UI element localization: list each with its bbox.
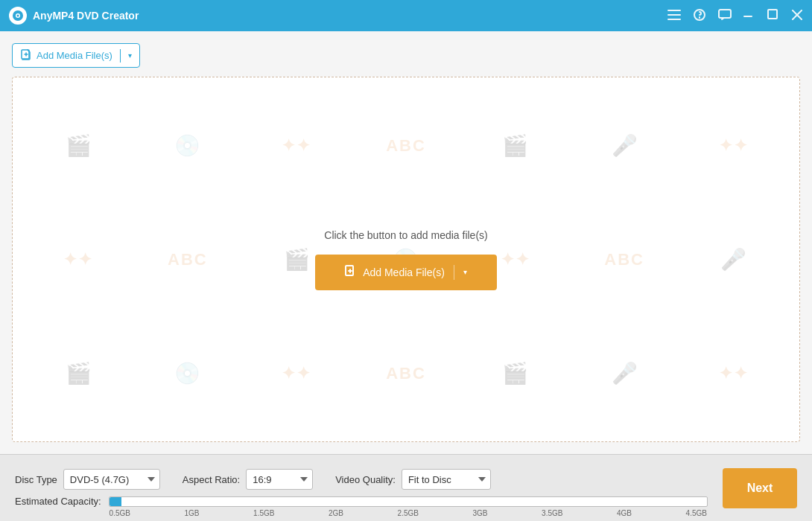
- drop-zone[interactable]: 🎬 💿 ✦✦ ABC 🎬 🎤 ✦✦ ✦✦ ABC 🎬 💿 ✦✦ ABC 🎤 🎬 …: [12, 77, 800, 442]
- capacity-ticks: 0.5GB 1GB 1.5GB 2GB 2.5GB 3GB 3.5GB 4GB …: [110, 508, 707, 519]
- title-bar: AnyMP4 DVD Creator: [0, 0, 812, 31]
- bottom-controls: Disc Type DVD-5 (4.7G) DVD-9 (8.5G) Blu-…: [15, 469, 708, 507]
- wm-film-icon: 🎬: [66, 133, 92, 158]
- aspect-ratio-select[interactable]: 16:9 4:3: [246, 469, 313, 490]
- wm-dvd-icon: 💿: [174, 133, 200, 158]
- capacity-bar: 0.5GB 1GB 1.5GB 2GB 2.5GB 3GB 3.5GB 4GB …: [109, 496, 708, 507]
- add-file-icon: [20, 48, 32, 63]
- tick-3.5gb: 3.5GB: [542, 509, 562, 517]
- svg-rect-5: [667, 19, 681, 20]
- tick-1.5gb: 1.5GB: [253, 509, 274, 517]
- app-title: AnyMP4 DVD Creator: [33, 10, 667, 22]
- disc-type-label: Disc Type: [15, 474, 57, 485]
- tick-4gb: 4GB: [617, 509, 632, 517]
- svg-rect-8: [743, 16, 752, 17]
- menu-icon[interactable]: [667, 8, 681, 24]
- svg-rect-9: [768, 10, 777, 19]
- toolbar: Add Media File(s) ▾: [12, 43, 800, 68]
- video-quality-group: Video Quality: Fit to Disc High Medium L…: [335, 469, 491, 490]
- minimize-button[interactable]: [743, 9, 755, 23]
- disc-type-group: Disc Type DVD-5 (4.7G) DVD-9 (8.5G) Blu-…: [15, 469, 160, 490]
- drop-message: Click the button to add media file(s): [324, 229, 487, 241]
- wm-film2-icon: 🎬: [502, 133, 528, 158]
- dropdown-arrow-icon: ▾: [128, 51, 132, 60]
- wm-mic3-icon: 🎤: [612, 361, 638, 386]
- wm-film3-icon: 🎬: [284, 247, 310, 272]
- add-icon-center: [345, 265, 357, 279]
- tick-2.5gb: 2.5GB: [398, 509, 419, 517]
- estimated-capacity-label: Estimated Capacity:: [15, 496, 101, 507]
- app-logo: [9, 7, 27, 25]
- tick-0.5gb: 0.5GB: [110, 509, 130, 517]
- window-controls: [667, 8, 803, 24]
- disc-type-select[interactable]: DVD-5 (4.7G) DVD-9 (8.5G) Blu-ray (25G) …: [63, 469, 160, 490]
- wm-mic-icon: 🎤: [612, 133, 638, 158]
- aspect-ratio-group: Aspect Ratio: 16:9 4:3: [183, 469, 313, 490]
- aspect-ratio-label: Aspect Ratio:: [183, 474, 240, 485]
- chat-icon[interactable]: [718, 8, 732, 24]
- center-btn-divider: [454, 265, 454, 280]
- tick-1gb: 1GB: [185, 509, 200, 517]
- drop-center: Click the button to add media file(s) Ad…: [315, 229, 497, 290]
- svg-rect-3: [667, 10, 681, 11]
- wm-film4-icon: 🎬: [66, 361, 92, 386]
- svg-point-2: [17, 15, 19, 17]
- video-quality-select[interactable]: Fit to Disc High Medium Low: [402, 469, 491, 490]
- bottom-bar: Disc Type DVD-5 (4.7G) DVD-9 (8.5G) Blu-…: [0, 454, 812, 521]
- main-area: Add Media File(s) ▾ 🎬 💿 ✦✦ ABC 🎬 🎤 ✦✦ ✦✦…: [0, 31, 812, 454]
- wm-dvd3-icon: 💿: [174, 361, 200, 386]
- add-media-center-label: Add Media File(s): [363, 266, 445, 278]
- svg-rect-7: [719, 10, 731, 18]
- add-media-center-button[interactable]: Add Media File(s) ▾: [315, 255, 497, 290]
- btn-divider: [120, 49, 121, 63]
- add-media-button[interactable]: Add Media File(s) ▾: [12, 43, 140, 68]
- close-button[interactable]: [791, 9, 803, 23]
- bottom-row1: Disc Type DVD-5 (4.7G) DVD-9 (8.5G) Blu-…: [15, 469, 708, 490]
- video-quality-label: Video Quality:: [335, 474, 396, 485]
- svg-rect-4: [667, 14, 681, 16]
- next-button[interactable]: Next: [723, 468, 797, 508]
- tick-4.5gb: 4.5GB: [686, 509, 707, 517]
- add-media-label: Add Media File(s): [37, 50, 112, 61]
- capacity-bar-fill: [110, 497, 121, 506]
- bottom-row2: Estimated Capacity: 0.5GB 1GB 1.5GB 2GB …: [15, 496, 708, 507]
- maximize-button[interactable]: [767, 9, 779, 23]
- tick-3gb: 3GB: [473, 509, 488, 517]
- tick-2gb: 2GB: [329, 509, 343, 517]
- center-dropdown-arrow-icon: ▾: [463, 268, 467, 276]
- wm-mic2-icon: 🎤: [720, 247, 746, 272]
- help-icon[interactable]: [693, 8, 706, 24]
- wm-film5-icon: 🎬: [502, 361, 528, 386]
